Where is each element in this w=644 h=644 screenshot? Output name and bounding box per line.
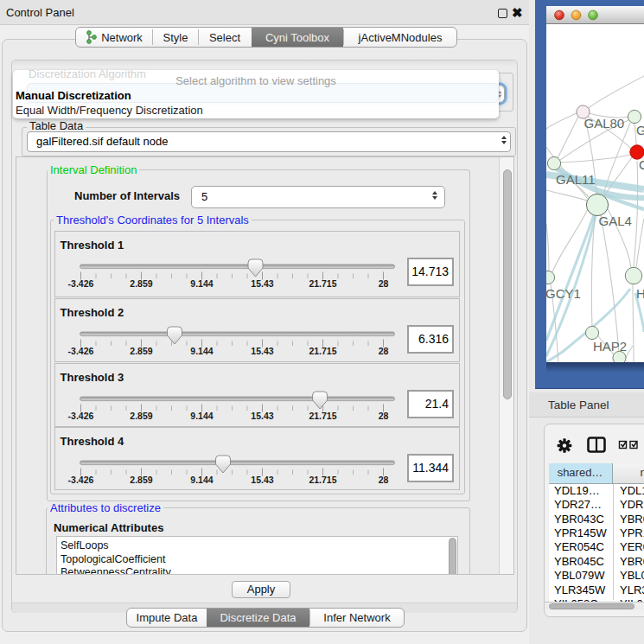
- svg-text:28: 28: [378, 345, 388, 355]
- svg-text:15.43: 15.43: [251, 475, 273, 485]
- svg-text:C: C: [639, 157, 644, 172]
- svg-text:2.859: 2.859: [130, 475, 152, 485]
- svg-text:21.715: 21.715: [309, 278, 336, 289]
- svg-text:15.43: 15.43: [251, 345, 273, 355]
- svg-text:-3.426: -3.426: [67, 278, 93, 289]
- svg-text:2.859: 2.859: [130, 410, 152, 420]
- svg-text:28: 28: [378, 278, 388, 289]
- svg-text:15.43: 15.43: [251, 410, 273, 420]
- svg-text:-3.426: -3.426: [67, 475, 93, 485]
- svg-text:2.859: 2.859: [130, 278, 152, 289]
- svg-text:-3.426: -3.426: [67, 410, 93, 420]
- svg-text:9.144: 9.144: [190, 278, 213, 289]
- svg-text:21.715: 21.715: [309, 475, 336, 485]
- svg-text:HAP2: HAP2: [593, 339, 627, 354]
- svg-text:GAL11: GAL11: [556, 172, 596, 187]
- svg-text:2.859: 2.859: [130, 345, 152, 355]
- svg-text:GAL80: GAL80: [584, 116, 625, 131]
- svg-text:GAL4: GAL4: [599, 214, 632, 228]
- svg-text:28: 28: [378, 410, 388, 420]
- svg-text:9.144: 9.144: [190, 475, 213, 485]
- svg-text:28: 28: [378, 475, 388, 485]
- svg-text:15.43: 15.43: [251, 278, 273, 289]
- svg-text:21.715: 21.715: [309, 345, 336, 355]
- svg-text:H: H: [636, 286, 644, 301]
- svg-text:GA: GA: [636, 123, 644, 137]
- svg-text:9.144: 9.144: [190, 410, 213, 420]
- svg-text:21.715: 21.715: [309, 410, 336, 420]
- svg-text:9.144: 9.144: [190, 345, 213, 355]
- svg-text:-3.426: -3.426: [67, 345, 93, 355]
- svg-text:GCY1: GCY1: [546, 286, 581, 301]
